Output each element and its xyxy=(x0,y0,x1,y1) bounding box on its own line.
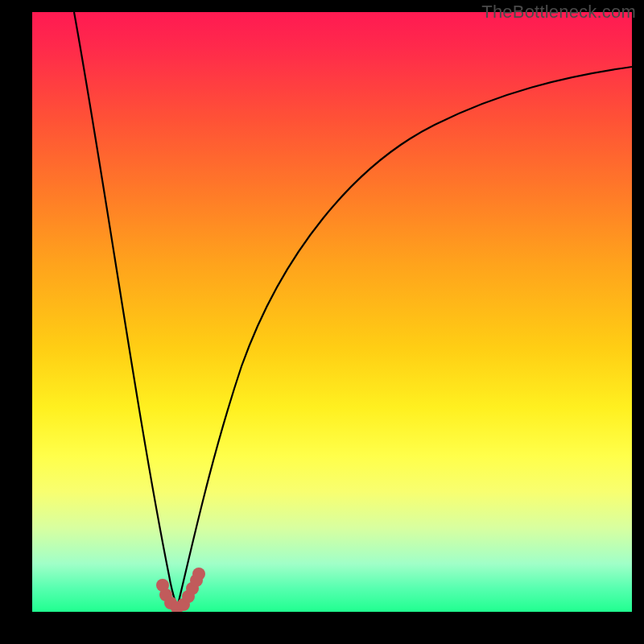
bottleneck-curve-svg xyxy=(32,12,632,612)
svg-point-8 xyxy=(192,568,205,580)
watermark-text: TheBottleneck.com xyxy=(481,2,636,23)
curve-left xyxy=(74,12,177,608)
chart-plot-area xyxy=(32,12,632,612)
curve-right xyxy=(177,67,632,608)
